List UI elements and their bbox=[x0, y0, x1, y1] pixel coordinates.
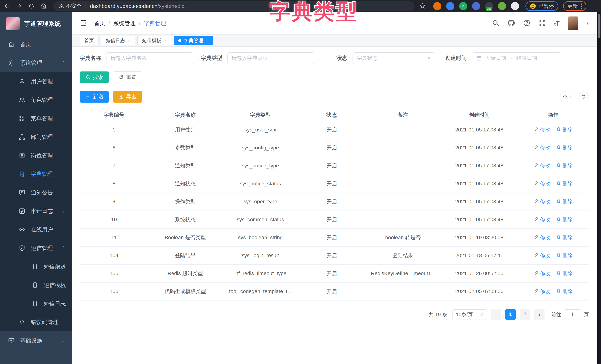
user-avatar[interactable] bbox=[568, 17, 578, 30]
page-button-1[interactable]: 1 bbox=[505, 309, 516, 320]
sidebar-item-短信管理[interactable]: 短信管理⌃ bbox=[0, 239, 72, 257]
font-size-icon[interactable]: tT bbox=[554, 20, 560, 27]
sidebar-item-短信日志[interactable]: 短信日志 bbox=[0, 294, 72, 313]
dict-type-link[interactable]: sys_notice_status bbox=[222, 175, 299, 192]
breadcrumb-home[interactable]: 首页 bbox=[94, 20, 105, 27]
tab-字典管理[interactable]: 字典管理× bbox=[174, 36, 213, 45]
next-page-button[interactable]: › bbox=[534, 309, 544, 320]
sidebar-item-用户管理[interactable]: 用户管理 bbox=[0, 72, 72, 91]
edit-link[interactable]: 修改 bbox=[534, 144, 550, 151]
page-scrollbar[interactable] bbox=[597, 12, 601, 364]
security-warning[interactable]: 不安全 bbox=[59, 3, 81, 10]
bookmark-star-icon[interactable] bbox=[419, 2, 426, 10]
browser-menu-icon[interactable] bbox=[581, 3, 582, 9]
sidebar-item-角色管理[interactable]: 角色管理 bbox=[0, 91, 72, 109]
back-icon[interactable] bbox=[2, 1, 12, 11]
edit-link[interactable]: 修改 bbox=[534, 198, 550, 205]
scrollbar-thumb[interactable] bbox=[598, 14, 601, 38]
refresh-table-button[interactable] bbox=[578, 91, 589, 102]
fullscreen-icon[interactable] bbox=[539, 19, 546, 27]
sidebar-item-首页[interactable]: 首页 bbox=[0, 35, 72, 54]
dict-type-link[interactable]: sys_user_sex bbox=[222, 121, 299, 139]
edit-link[interactable]: 修改 bbox=[534, 234, 550, 241]
dict-type-link[interactable]: sys_oper_type bbox=[222, 192, 299, 211]
date-range-picker[interactable]: 开始日期 ~ 结束日期 bbox=[472, 52, 561, 64]
extension-white-figure[interactable] bbox=[511, 2, 519, 10]
edit-link[interactable]: 修改 bbox=[534, 180, 550, 187]
help-icon[interactable] bbox=[523, 19, 531, 27]
goto-page-input[interactable]: 1 bbox=[564, 309, 581, 320]
extension-green-leaf[interactable] bbox=[498, 2, 506, 10]
dict-name-input[interactable]: 请输入字典名称 bbox=[106, 52, 193, 64]
edit-link[interactable]: 修改 bbox=[534, 126, 550, 133]
sidebar-item-系统管理[interactable]: 系统管理⌃ bbox=[0, 54, 72, 72]
delete-link[interactable]: 删除 bbox=[556, 126, 572, 133]
edit-link[interactable]: 修改 bbox=[534, 288, 550, 295]
sidebar-item-审计日志[interactable]: 审计日志⌄ bbox=[0, 202, 72, 220]
dict-type-link[interactable]: sys_common_status bbox=[222, 211, 299, 228]
dict-type-input[interactable]: 请输入字典类型 bbox=[227, 52, 314, 64]
edit-link[interactable]: 修改 bbox=[534, 270, 550, 277]
page-button-2[interactable]: 2 bbox=[520, 309, 530, 320]
delete-link[interactable]: 删除 bbox=[556, 216, 572, 223]
tab-短信日志[interactable]: 短信日志× bbox=[101, 36, 135, 45]
collapse-sidebar-icon[interactable] bbox=[80, 19, 87, 28]
delete-link[interactable]: 删除 bbox=[556, 180, 572, 187]
github-icon[interactable] bbox=[508, 19, 515, 27]
extension-list-on[interactable]: on bbox=[485, 2, 493, 10]
sidebar-item-岗位管理[interactable]: 岗位管理 bbox=[0, 146, 72, 165]
search-button[interactable]: 搜索 bbox=[80, 71, 109, 83]
sidebar-item-在线用户[interactable]: 在线用户 bbox=[0, 220, 72, 239]
sidebar-item-菜单管理[interactable]: 菜单管理 bbox=[0, 109, 72, 128]
edit-link[interactable]: 修改 bbox=[534, 162, 550, 169]
sidebar-item-短信模板[interactable]: 短信模板 bbox=[0, 276, 72, 294]
home-icon[interactable] bbox=[39, 1, 49, 11]
sidebar-item-短信渠道[interactable]: 短信渠道 bbox=[0, 257, 72, 276]
breadcrumb-system[interactable]: 系统管理 bbox=[113, 20, 136, 27]
forward-icon[interactable] bbox=[14, 1, 24, 11]
user-menu-caret-icon[interactable]: ▾ bbox=[587, 21, 589, 26]
dict-type-link[interactable]: inf_redis_timeout_type bbox=[222, 264, 299, 282]
status-select[interactable]: 字典状态 ∨ bbox=[352, 52, 435, 64]
close-tab-icon[interactable]: × bbox=[206, 38, 208, 43]
extension-green-z[interactable]: Z bbox=[459, 2, 467, 10]
app-logo-row[interactable]: 芋道管理系统 bbox=[0, 12, 72, 35]
search-icon[interactable] bbox=[492, 19, 499, 27]
reset-button[interactable]: 重置 bbox=[113, 71, 142, 83]
dict-type-link[interactable]: sys_boolean_string bbox=[222, 228, 299, 246]
dict-type-link[interactable]: sys_notice_type bbox=[222, 157, 299, 175]
add-button[interactable]: 新增 bbox=[80, 91, 109, 102]
export-button[interactable]: 导出 bbox=[113, 91, 142, 102]
edit-link[interactable]: 修改 bbox=[534, 252, 550, 259]
prev-page-button[interactable]: ‹ bbox=[491, 309, 501, 320]
tab-首页[interactable]: 首页 bbox=[80, 36, 99, 45]
delete-link[interactable]: 删除 bbox=[556, 234, 572, 241]
delete-link[interactable]: 删除 bbox=[556, 270, 572, 277]
profile-paused-badge[interactable]: 😄 已暂停 bbox=[525, 1, 558, 11]
close-tab-icon[interactable]: × bbox=[128, 38, 130, 43]
delete-link[interactable]: 删除 bbox=[556, 252, 572, 259]
extension-blue-gem[interactable] bbox=[446, 2, 454, 10]
sidebar-item-基础设施[interactable]: 基础设施⌄ bbox=[0, 331, 72, 350]
reload-icon[interactable] bbox=[26, 1, 37, 11]
sidebar-item-部门管理[interactable]: 部门管理 bbox=[0, 128, 72, 146]
url-bar[interactable]: 不安全 dashboard.yudao.iocoder.cn/system/di… bbox=[53, 1, 414, 11]
extension-blue-diamond[interactable] bbox=[472, 2, 480, 10]
tab-短信模板[interactable]: 短信模板× bbox=[137, 36, 171, 45]
show-search-toggle-button[interactable] bbox=[560, 91, 571, 102]
edit-link[interactable]: 修改 bbox=[534, 216, 550, 223]
delete-link[interactable]: 删除 bbox=[556, 162, 572, 169]
sidebar-item-通知公告[interactable]: 通知公告 bbox=[0, 183, 72, 202]
page-size-select[interactable]: 10条/页 ∨ bbox=[452, 309, 487, 320]
sidebar-item-字典管理[interactable]: 字典管理 bbox=[0, 165, 72, 183]
dict-type-link[interactable]: tool_codegen_template_t... bbox=[222, 282, 299, 300]
chrome-update-button[interactable]: 更新 bbox=[563, 1, 586, 11]
dict-type-link[interactable]: sys_config_type bbox=[222, 139, 299, 157]
delete-link[interactable]: 删除 bbox=[556, 198, 572, 205]
delete-link[interactable]: 删除 bbox=[556, 288, 572, 295]
delete-link[interactable]: 删除 bbox=[556, 144, 572, 151]
extension-orange-ring[interactable] bbox=[433, 2, 441, 10]
dict-type-link[interactable]: sys_login_result bbox=[222, 246, 299, 264]
sidebar-item-错误码管理[interactable]: 错误码管理 bbox=[0, 313, 72, 331]
close-tab-icon[interactable]: × bbox=[164, 38, 166, 43]
